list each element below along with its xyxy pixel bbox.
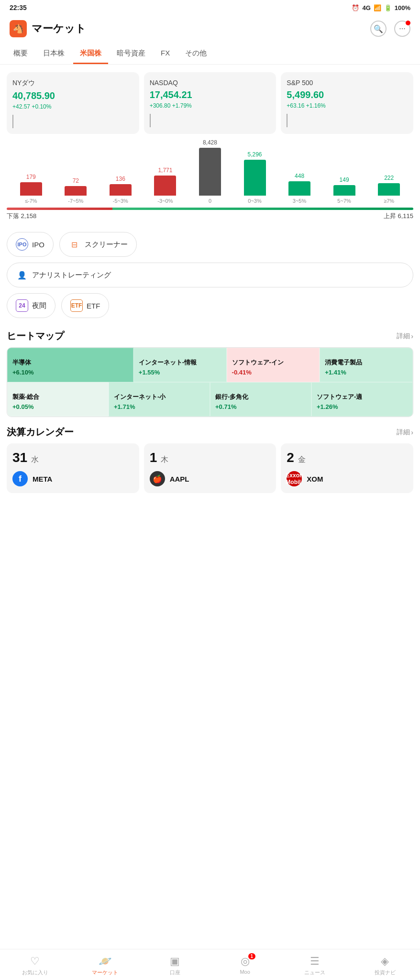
news-label: ニュース: [304, 969, 325, 976]
rise-count: 上昇 6,115: [384, 212, 413, 220]
heatmap-cell-pharma[interactable]: 製薬-総合 +0.05%: [7, 382, 109, 417]
dist-bar: [20, 182, 42, 196]
tab-us[interactable]: 米国株: [73, 44, 108, 64]
day-1-num: 1: [150, 450, 157, 465]
market-label: マーケット: [92, 969, 118, 976]
night-icon: 24: [16, 299, 28, 312]
bank-name: 銀行-多角化: [215, 393, 306, 401]
heart-icon: ♡: [30, 955, 40, 968]
sp500-price: 5,499.60: [287, 89, 408, 100]
bottom-nav: ♡ お気に入り 🪐 マーケット ▣ 口座 1 ◎ Moo ☰ ニュース ◈ 投資…: [0, 949, 420, 980]
calendar-day-2[interactable]: 2 金 ExxonMobil XOM: [281, 443, 413, 493]
heatmap-row-1: 半導体 +6.10% インターネット-情報 +1.55% ソフトウェア-イン -…: [7, 348, 413, 382]
rise-bar: [112, 208, 413, 210]
heatmap-cell-bank[interactable]: 銀行-多角化 +0.71%: [210, 382, 311, 417]
etf-icon: ETF: [70, 299, 83, 312]
dist-col: 5,2960~3%: [244, 151, 266, 204]
day-31-name: 水: [31, 455, 39, 465]
dist-label: ≤-7%: [25, 198, 37, 204]
calendar-detail-button[interactable]: 詳細 ›: [397, 428, 413, 437]
decline-bar: [7, 208, 112, 210]
tab-fx[interactable]: FX: [154, 44, 177, 64]
heatmap-cell-software-fit[interactable]: ソフトウェア-適 +1.26%: [311, 382, 413, 417]
internet-small-name: インターネット-小: [114, 393, 205, 401]
heatmap-detail-button[interactable]: 詳細 ›: [397, 332, 413, 341]
nasdaq-change: +306.80 +1.79%: [150, 102, 271, 109]
xom-company[interactable]: ExxonMobil XOM: [287, 471, 408, 486]
nav-navi[interactable]: ◈ 投資ナビ: [350, 953, 420, 978]
meta-company[interactable]: f META: [12, 471, 133, 486]
dist-bar: [110, 184, 132, 196]
nav-favorites[interactable]: ♡ お気に入り: [0, 953, 70, 978]
dist-col: 222≥7%: [378, 175, 400, 204]
distribution-progress: [7, 208, 413, 210]
search-button[interactable]: 🔍: [370, 21, 387, 37]
sp500-name: S&P 500: [287, 79, 408, 87]
market-card-sp500[interactable]: S&P 500 5,499.60 +63.16 +1.16%: [281, 72, 413, 134]
night-label: 夜間: [32, 301, 46, 310]
calendar-day-31[interactable]: 31 水 f META: [7, 443, 139, 493]
menu-button[interactable]: ···: [394, 21, 410, 37]
pharma-change: +0.05%: [12, 403, 103, 410]
meta-logo: f: [12, 471, 28, 486]
heatmap-cell-internet-info[interactable]: インターネット-情報 +1.55%: [133, 348, 227, 382]
aapl-company[interactable]: 🍎 AAPL: [150, 471, 271, 486]
tab-other[interactable]: その他: [178, 44, 213, 64]
account-icon: ▣: [170, 955, 180, 968]
status-right: ⏰ 4G 📶 🔋 100%: [352, 4, 410, 11]
consumer-electronics-name: 消費電子製品: [325, 358, 408, 367]
dist-col: 1495~7%: [333, 176, 355, 204]
dist-count: 179: [26, 174, 36, 180]
status-time: 22:35: [10, 4, 27, 11]
aapl-logo: 🍎: [150, 471, 165, 486]
market-cards: NYダウ 40,785.90 +42.57 +0.10% NASDAQ 17,4…: [0, 65, 420, 139]
market-card-dow[interactable]: NYダウ 40,785.90 +42.57 +0.10%: [7, 72, 139, 134]
xom-ticker: XOM: [307, 475, 323, 483]
moo-badge: 1: [248, 953, 256, 959]
dist-count: 5,296: [247, 151, 262, 158]
distribution-footer: 下落 2,158 上昇 6,115: [7, 212, 413, 220]
dist-col: 1,771-3~0%: [154, 167, 176, 204]
nav-account[interactable]: ▣ 口座: [140, 953, 210, 978]
software-fit-change: +1.26%: [317, 403, 408, 410]
nav-moo[interactable]: 1 ◎ Moo: [210, 953, 280, 978]
nav-market[interactable]: 🪐 マーケット: [70, 953, 140, 978]
nav-news[interactable]: ☰ ニュース: [280, 953, 350, 978]
calendar-cards: 31 水 f META 1 木 🍎 AAPL: [0, 443, 420, 493]
search-icon: 🔍: [374, 24, 383, 33]
heatmap-cell-internet-small[interactable]: インターネット-小 +1.71%: [109, 382, 210, 417]
market-card-nasdaq[interactable]: NASDAQ 17,454.21 +306.80 +1.79%: [144, 72, 276, 134]
dist-bar: [288, 181, 310, 196]
heatmap-cell-consumer-electronics[interactable]: 消費電子製品 +1.41%: [320, 348, 413, 382]
screener-button[interactable]: ⊟ スクリーナー: [59, 232, 137, 257]
meta-ticker: META: [33, 475, 52, 483]
dist-label: -7~5%: [68, 198, 83, 204]
app-logo: 🐴: [10, 20, 27, 37]
semiconductor-change: +6.10%: [12, 369, 128, 376]
heatmap-cell-software-in[interactable]: ソフトウェア-イン -0.41%: [227, 348, 320, 382]
ipo-button[interactable]: IPO IPO: [7, 232, 54, 257]
calendar-day-1[interactable]: 1 木 🍎 AAPL: [144, 443, 276, 493]
dist-label: ≥7%: [384, 198, 394, 204]
semiconductor-name: 半導体: [12, 358, 128, 367]
analyst-button[interactable]: 👤 アナリストレーティング: [7, 263, 413, 287]
internet-info-name: インターネット-情報: [139, 358, 221, 367]
tab-crypto[interactable]: 暗号資産: [110, 44, 152, 64]
night-button[interactable]: 24 夜間: [7, 293, 55, 318]
ipo-label: IPO: [32, 241, 44, 249]
alarm-icon: ⏰: [352, 4, 359, 11]
dist-count: 72: [73, 177, 79, 184]
tab-overview[interactable]: 概要: [7, 44, 34, 64]
dist-count: 448: [295, 173, 304, 179]
day-1-name: 木: [161, 455, 168, 465]
etf-button[interactable]: ETF ETF: [61, 293, 109, 318]
navi-label: 投資ナビ: [375, 969, 396, 976]
distribution-chart: 179≤-7%72-7~5%136-5~3%1,771-3~0%8,42805,…: [7, 146, 413, 204]
analyst-icon: 👤: [16, 269, 28, 281]
dist-count: 1,771: [158, 167, 172, 174]
heatmap-cell-semiconductor[interactable]: 半導体 +6.10%: [7, 348, 133, 382]
day-2-header: 2 金: [287, 450, 408, 465]
tab-japan[interactable]: 日本株: [36, 44, 71, 64]
dow-sparkline: [12, 115, 13, 128]
dist-bar: [244, 160, 266, 196]
